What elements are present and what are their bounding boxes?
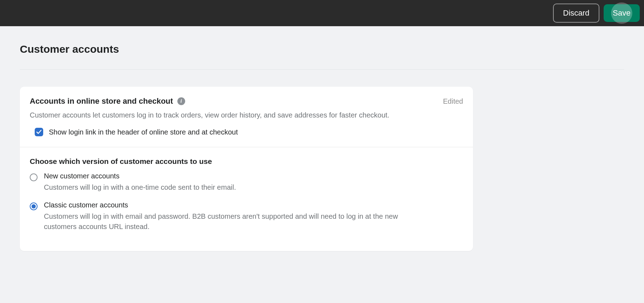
login-link-checkbox-row[interactable]: Show login link in the header of online … — [30, 128, 463, 136]
settings-card: Accounts in online store and checkout i … — [20, 87, 473, 251]
radio-label: Classic customer accounts — [44, 201, 419, 209]
topbar: Discard Save — [0, 0, 644, 26]
section-title: Accounts in online store and checkout — [30, 97, 173, 106]
divider — [20, 69, 624, 70]
radio-label: New customer accounts — [44, 172, 236, 180]
radio-option-new-accounts[interactable]: New customer accounts Customers will log… — [30, 172, 463, 193]
login-link-checkbox-label: Show login link in the header of online … — [49, 128, 238, 136]
page-title: Customer accounts — [20, 43, 624, 55]
login-link-checkbox[interactable] — [35, 128, 43, 136]
check-icon — [36, 129, 42, 135]
edited-badge: Edited — [443, 97, 463, 105]
choose-version-section: Choose which version of customer account… — [20, 147, 473, 251]
accounts-section: Accounts in online store and checkout i … — [20, 87, 473, 147]
radio-text: Classic customer accounts Customers will… — [44, 201, 419, 232]
radio-description: Customers will log in with email and pas… — [44, 211, 419, 232]
radio-classic-accounts[interactable] — [30, 202, 38, 210]
content-area: Customer accounts Accounts in online sto… — [0, 26, 644, 251]
section-description: Customer accounts let customers log in t… — [30, 110, 463, 120]
choose-version-title: Choose which version of customer account… — [30, 157, 463, 166]
radio-new-accounts[interactable] — [30, 173, 38, 181]
info-icon[interactable]: i — [177, 97, 185, 105]
save-button[interactable]: Save — [604, 4, 640, 22]
discard-button[interactable]: Discard — [553, 4, 599, 23]
radio-option-classic-accounts[interactable]: Classic customer accounts Customers will… — [30, 201, 463, 232]
section-head: Accounts in online store and checkout i … — [30, 97, 463, 106]
radio-text: New customer accounts Customers will log… — [44, 172, 236, 193]
radio-description: Customers will log in with a one-time co… — [44, 182, 236, 193]
